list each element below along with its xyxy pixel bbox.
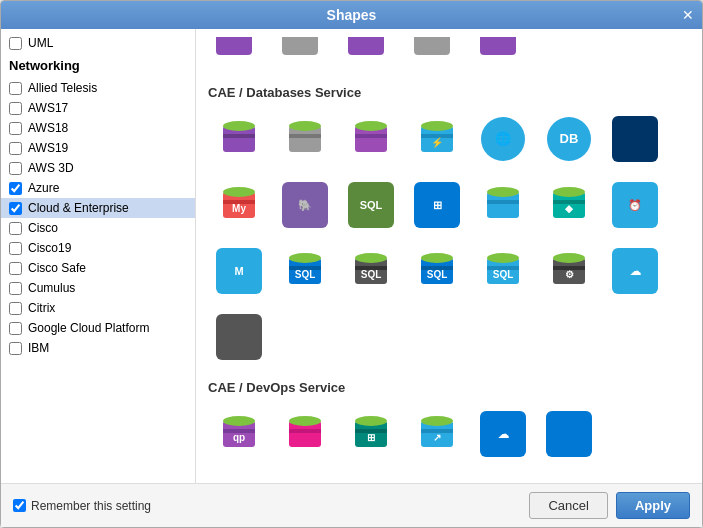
- icon-db4[interactable]: ⚡: [406, 108, 468, 170]
- main-content: CAE / Databases Service⚡🌐DBMy🐘SQL⊞◆⏰MSQL…: [196, 29, 702, 483]
- icon-db7[interactable]: [604, 108, 666, 170]
- checkbox-allied-telesis[interactable]: [9, 82, 22, 95]
- label-aws-3d: AWS 3D: [28, 161, 74, 175]
- checkbox-aws19[interactable]: [9, 142, 22, 155]
- svg-point-58: [421, 253, 453, 263]
- sidebar-item-azure[interactable]: Azure: [1, 178, 195, 198]
- icon-db19[interactable]: SQL: [472, 240, 534, 302]
- label-azure: Azure: [28, 181, 59, 195]
- remember-setting-label[interactable]: Remember this setting: [13, 499, 151, 513]
- icon-dev3[interactable]: ⊞: [340, 403, 402, 465]
- shapes-dialog: Shapes ✕ UMLNetworkingAllied TelesisAWS1…: [0, 0, 703, 528]
- icon-dev4[interactable]: ↗: [406, 403, 468, 465]
- label-google-cloud: Google Cloud Platform: [28, 321, 149, 335]
- sidebar-item-aws17[interactable]: AWS17: [1, 98, 195, 118]
- checkbox-cumulus[interactable]: [9, 282, 22, 295]
- checkbox-cisco19[interactable]: [9, 242, 22, 255]
- label-aws18: AWS18: [28, 121, 68, 135]
- dialog-title-bar: Shapes ✕: [1, 1, 702, 29]
- svg-rect-2: [282, 37, 318, 55]
- icon-dev5[interactable]: ☁: [472, 403, 534, 465]
- svg-point-17: [355, 121, 387, 131]
- svg-rect-71: [216, 314, 262, 360]
- icon-db13[interactable]: ◆: [538, 174, 600, 236]
- svg-point-42: [553, 187, 585, 197]
- sidebar-item-cisco19[interactable]: Cisco19: [1, 238, 195, 258]
- sidebar-item-google-cloud[interactable]: Google Cloud Platform: [1, 318, 195, 338]
- sidebar-item-cumulus[interactable]: Cumulus: [1, 278, 195, 298]
- sidebar-item-aws18[interactable]: AWS18: [1, 118, 195, 138]
- icon-db17[interactable]: SQL: [340, 240, 402, 302]
- checkbox-cisco-safe[interactable]: [9, 262, 22, 275]
- icon-dev2[interactable]: [274, 403, 336, 465]
- checkbox-aws17[interactable]: [9, 102, 22, 115]
- label-ibm: IBM: [28, 341, 49, 355]
- svg-point-14: [289, 121, 321, 131]
- sidebar-item-cisco-safe[interactable]: Cisco Safe: [1, 258, 195, 278]
- icon-db16[interactable]: SQL: [274, 240, 336, 302]
- icon-db12[interactable]: [472, 174, 534, 236]
- sidebar-item-ibm[interactable]: IBM: [1, 338, 195, 358]
- icon-db5[interactable]: 🌐: [472, 108, 534, 170]
- svg-text:⚙: ⚙: [565, 269, 574, 280]
- svg-rect-15: [289, 134, 321, 138]
- svg-text:🌐: 🌐: [495, 130, 512, 147]
- svg-rect-0: [216, 37, 252, 55]
- label-cumulus: Cumulus: [28, 281, 75, 295]
- icon-dev6[interactable]: [538, 403, 600, 465]
- icon-db9[interactable]: 🐘: [274, 174, 336, 236]
- svg-rect-18: [355, 134, 387, 138]
- svg-text:↗: ↗: [433, 432, 441, 443]
- icon-db15[interactable]: M: [208, 240, 270, 302]
- label-citrix: Citrix: [28, 301, 55, 315]
- checkbox-aws-3d[interactable]: [9, 162, 22, 175]
- svg-rect-6: [414, 37, 450, 55]
- sidebar-item-allied-telesis[interactable]: Allied Telesis: [1, 78, 195, 98]
- sidebar-item-aws19[interactable]: AWS19: [1, 138, 195, 158]
- svg-point-54: [355, 253, 387, 263]
- sidebar-item-uml[interactable]: UML: [1, 33, 195, 53]
- remember-checkbox[interactable]: [13, 499, 26, 512]
- svg-point-20: [421, 121, 453, 131]
- svg-text:☁: ☁: [630, 265, 641, 277]
- icon-db6[interactable]: DB: [538, 108, 600, 170]
- svg-text:SQL: SQL: [295, 269, 316, 280]
- svg-text:🐘: 🐘: [298, 198, 312, 212]
- icon-db10[interactable]: SQL: [340, 174, 402, 236]
- checkbox-uml[interactable]: [9, 37, 22, 50]
- icon-db22[interactable]: [208, 306, 270, 368]
- icon-db11[interactable]: ⊞: [406, 174, 468, 236]
- cancel-button[interactable]: Cancel: [529, 492, 607, 519]
- close-button[interactable]: ✕: [682, 7, 694, 23]
- icon-db1[interactable]: [208, 108, 270, 170]
- icon-db20[interactable]: ⚙: [538, 240, 600, 302]
- label-uml: UML: [28, 36, 53, 50]
- checkbox-ibm[interactable]: [9, 342, 22, 355]
- sidebar-item-cisco[interactable]: Cisco: [1, 218, 195, 238]
- icon-db2[interactable]: [274, 108, 336, 170]
- sidebar-item-citrix[interactable]: Citrix: [1, 298, 195, 318]
- checkbox-cloud-enterprise[interactable]: [9, 202, 22, 215]
- checkbox-cisco[interactable]: [9, 222, 22, 235]
- checkbox-google-cloud[interactable]: [9, 322, 22, 335]
- icon-db8[interactable]: My: [208, 174, 270, 236]
- svg-text:SQL: SQL: [360, 199, 383, 211]
- icon-db21[interactable]: ☁: [604, 240, 666, 302]
- sidebar-item-aws-3d[interactable]: AWS 3D: [1, 158, 195, 178]
- svg-text:☁: ☁: [498, 428, 509, 440]
- icon-db18[interactable]: SQL: [406, 240, 468, 302]
- label-allied-telesis: Allied Telesis: [28, 81, 97, 95]
- svg-text:⏰: ⏰: [628, 198, 642, 212]
- svg-point-73: [223, 416, 255, 426]
- sidebar-item-cloud-enterprise[interactable]: Cloud & Enterprise: [1, 198, 195, 218]
- checkbox-aws18[interactable]: [9, 122, 22, 135]
- icon-dev1[interactable]: qp: [208, 403, 270, 465]
- apply-button[interactable]: Apply: [616, 492, 690, 519]
- checkbox-citrix[interactable]: [9, 302, 22, 315]
- icon-db3[interactable]: [340, 108, 402, 170]
- svg-rect-27: [612, 116, 658, 162]
- icon-db14[interactable]: ⏰: [604, 174, 666, 236]
- label-aws19: AWS19: [28, 141, 68, 155]
- checkbox-azure[interactable]: [9, 182, 22, 195]
- label-cisco: Cisco: [28, 221, 58, 235]
